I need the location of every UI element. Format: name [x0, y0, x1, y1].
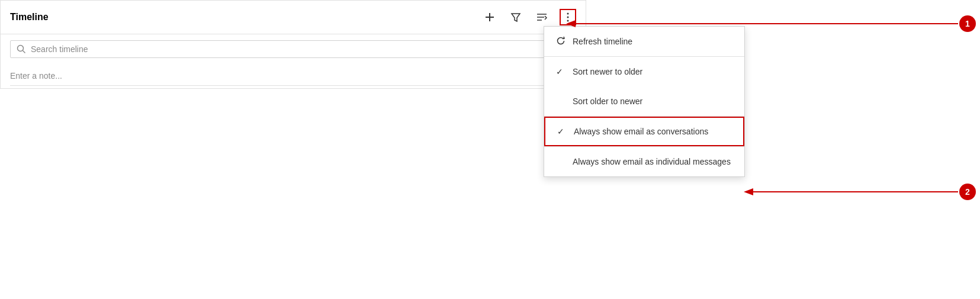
page-container: Timeline — [0, 0, 980, 299]
more-options-button[interactable] — [560, 9, 576, 25]
sort-icon — [536, 12, 548, 22]
menu-item-sort-older[interactable]: Sort older to newer — [544, 86, 744, 116]
menu-item-show-conversations[interactable]: ✓ Always show email as conversations — [544, 117, 744, 146]
annotation-badge-1: 1 — [959, 15, 976, 32]
menu-item-sort-newer[interactable]: ✓ Sort newer to older — [544, 57, 744, 86]
sort-newer-check: ✓ — [556, 67, 567, 76]
refresh-label: Refresh timeline — [573, 37, 632, 46]
timeline-panel: Timeline — [0, 0, 586, 89]
svg-line-10 — [23, 51, 25, 53]
note-placeholder: Enter a note... — [10, 71, 62, 81]
sort-older-label: Sort older to newer — [573, 97, 642, 106]
timeline-header: Timeline — [1, 1, 586, 34]
timeline-title: Timeline — [10, 12, 481, 22]
sort-newer-label: Sort newer to older — [573, 67, 642, 76]
search-bar[interactable]: Search timeline — [10, 40, 576, 58]
note-area[interactable]: Enter a note... — [10, 66, 576, 86]
add-button[interactable] — [481, 9, 498, 25]
search-icon — [17, 44, 26, 54]
sort-older-no-check — [556, 97, 567, 106]
show-conversations-check: ✓ — [557, 127, 568, 136]
header-icons — [481, 9, 576, 25]
annotation-badge-2: 2 — [959, 184, 976, 200]
annotation-arrow-2 — [745, 186, 958, 198]
refresh-icon — [556, 36, 565, 46]
more-icon — [567, 12, 569, 22]
menu-item-show-individual[interactable]: Always show email as individual messages — [544, 147, 744, 176]
show-individual-label: Always show email as individual messages — [573, 157, 731, 166]
svg-marker-2 — [512, 14, 520, 21]
filter-button[interactable] — [507, 9, 524, 25]
menu-item-refresh[interactable]: Refresh timeline — [544, 27, 744, 56]
svg-point-6 — [567, 13, 569, 15]
svg-point-9 — [18, 46, 24, 52]
show-conversations-label: Always show email as conversations — [574, 127, 708, 136]
show-individual-no-check — [556, 157, 567, 166]
svg-point-8 — [567, 20, 569, 22]
plus-icon — [484, 12, 495, 22]
dropdown-menu: Refresh timeline ✓ Sort newer to older S… — [544, 26, 745, 177]
sort-button[interactable] — [534, 9, 550, 25]
search-placeholder: Search timeline — [31, 44, 88, 54]
refresh-no-check — [556, 36, 567, 47]
filter-icon — [510, 12, 521, 22]
svg-point-7 — [567, 17, 569, 18]
